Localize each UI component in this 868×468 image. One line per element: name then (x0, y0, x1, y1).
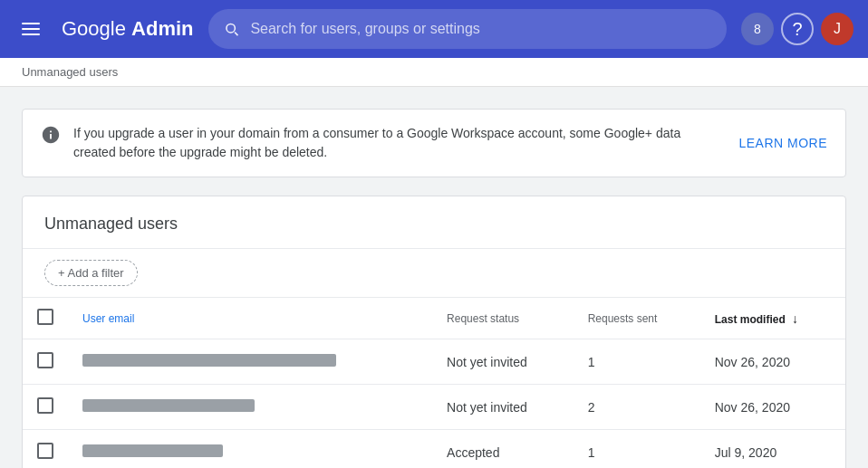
row-last-modified: Nov 26, 2020 (700, 339, 845, 385)
header-last-modified[interactable]: Last modified ↓ (700, 298, 845, 339)
header-checkbox-cell (23, 298, 68, 339)
help-icon[interactable]: ? (781, 13, 814, 45)
header-request-status: Request status (432, 298, 574, 339)
table-card: Unmanaged users + Add a filter User emai… (22, 196, 846, 468)
row-request-status: Accepted (432, 430, 574, 469)
breadcrumb: Unmanaged users (0, 58, 868, 87)
table-row: Not yet invited 2 Nov 26, 2020 (23, 385, 845, 430)
filter-row: + Add a filter (23, 249, 845, 298)
table-row: Accepted 1 Jul 9, 2020 (23, 430, 845, 469)
search-icon (223, 20, 240, 38)
table-title: Unmanaged users (23, 196, 845, 249)
search-input[interactable] (250, 21, 712, 37)
row-checkbox[interactable] (37, 352, 53, 368)
row-request-status: Not yet invited (432, 339, 574, 385)
user-avatar[interactable]: J (821, 13, 854, 45)
header-user-email[interactable]: User email (68, 298, 432, 339)
email-placeholder (82, 354, 336, 367)
top-navigation: Google Admin 8 ? J (0, 0, 868, 58)
nav-icons: 8 ? J (741, 13, 854, 45)
info-banner-text: If you upgrade a user in your domain fro… (73, 124, 711, 162)
learn-more-button[interactable]: LEARN MORE (738, 136, 827, 150)
row-requests-sent: 1 (574, 430, 700, 469)
row-request-status: Not yet invited (432, 385, 574, 430)
info-icon (41, 125, 61, 149)
table-row: Not yet invited 1 Nov 26, 2020 (23, 339, 845, 385)
row-requests-sent: 1 (574, 339, 700, 385)
menu-icon[interactable] (14, 15, 47, 43)
row-checkbox-cell (23, 339, 68, 385)
row-checkbox[interactable] (37, 443, 53, 459)
table-header-row: User email Request status Requests sent … (23, 298, 845, 339)
email-placeholder (82, 399, 255, 412)
row-last-modified: Nov 26, 2020 (700, 385, 845, 430)
main-content: If you upgrade a user in your domain fro… (0, 87, 868, 468)
add-filter-button[interactable]: + Add a filter (44, 260, 138, 286)
email-placeholder (82, 444, 223, 457)
search-bar[interactable] (208, 9, 727, 49)
sort-arrow-icon: ↓ (792, 311, 798, 326)
row-checkbox-cell (23, 385, 68, 430)
info-banner: If you upgrade a user in your domain fro… (22, 109, 846, 177)
app-logo: Google Admin (62, 17, 194, 41)
row-email (68, 430, 432, 469)
row-checkbox-cell (23, 430, 68, 469)
select-all-checkbox[interactable] (37, 309, 53, 325)
row-email (68, 385, 432, 430)
notifications-badge[interactable]: 8 (741, 13, 774, 45)
row-last-modified: Jul 9, 2020 (700, 430, 845, 469)
row-requests-sent: 2 (574, 385, 700, 430)
data-table: User email Request status Requests sent … (23, 298, 845, 468)
row-checkbox[interactable] (37, 397, 53, 414)
header-requests-sent: Requests sent (574, 298, 700, 339)
row-email (68, 339, 432, 385)
